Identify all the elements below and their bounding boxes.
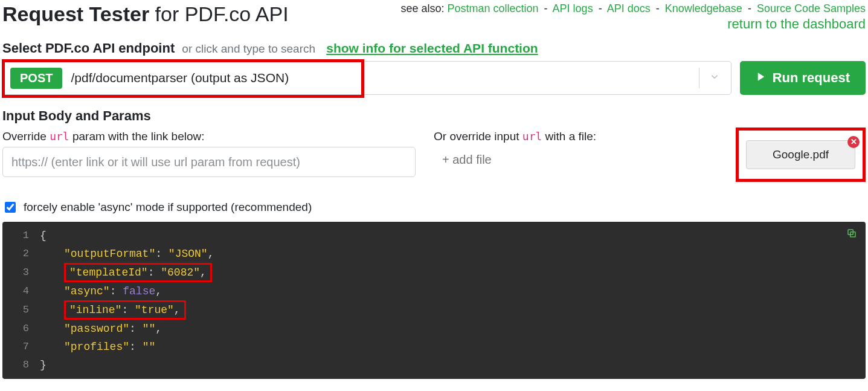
copy-icon[interactable]: [846, 228, 857, 242]
link-apidocs[interactable]: API docs: [607, 2, 651, 15]
link-dashboard[interactable]: return to the dashboard: [400, 16, 866, 32]
code-line: 7"profiles": "": [2, 338, 866, 356]
async-checkbox-row[interactable]: forcely enable 'async' mode if supported…: [2, 200, 866, 215]
code-highlight: "templateId": "6082",: [64, 263, 212, 282]
add-file-input[interactable]: [434, 147, 718, 173]
endpoint-select[interactable]: POST /pdf/documentparser (output as JSON…: [2, 61, 731, 95]
svg-marker-0: [757, 73, 764, 81]
code-line: 1{: [2, 227, 866, 245]
line-number: 2: [2, 245, 40, 263]
params-section-label: Input Body and Params: [2, 108, 866, 124]
link-apilogs[interactable]: API logs: [553, 2, 593, 15]
code-line: 2"outputFormat": "JSON",: [2, 245, 866, 263]
line-number: 3: [2, 263, 40, 282]
json-editor[interactable]: 1{2"outputFormat": "JSON",3"templateId":…: [2, 222, 866, 379]
code-line: 8}: [2, 356, 866, 374]
async-checkbox-label: forcely enable 'async' mode if supported…: [24, 201, 312, 214]
line-number: 7: [2, 338, 40, 356]
override-file-label: Or override input url with a file:: [434, 130, 718, 143]
override-url-label: Override url param with the link below:: [2, 130, 416, 143]
page-title: Request Tester for PDF.co API: [2, 2, 289, 26]
see-also-prefix: see also:: [400, 2, 447, 15]
line-number: 6: [2, 320, 40, 338]
code-line: 5"inline": "true",: [2, 300, 866, 320]
line-number: 1: [2, 227, 40, 245]
endpoint-section-label: Select PDF.co API endpoint or click and …: [2, 40, 866, 56]
override-url-input[interactable]: [2, 147, 416, 177]
remove-file-icon[interactable]: ✕: [847, 136, 860, 148]
code-line: 4"async": false,: [2, 282, 866, 300]
file-chip-highlight: Google.pdf ✕: [736, 128, 866, 182]
link-knowledgebase[interactable]: Knowledgebase: [665, 2, 742, 15]
dropdown-separator: [699, 68, 699, 88]
endpoint-path: /pdf/documentparser (output as JSON): [71, 71, 289, 85]
code-line: 6"password": "",: [2, 320, 866, 338]
play-icon: [756, 70, 767, 86]
attached-file-chip[interactable]: Google.pdf ✕: [746, 140, 855, 169]
chevron-down-icon[interactable]: [709, 71, 720, 85]
line-number: 4: [2, 282, 40, 300]
link-postman[interactable]: Postman collection: [447, 2, 538, 15]
link-samples[interactable]: Source Code Samples: [757, 2, 866, 15]
async-checkbox[interactable]: [5, 202, 16, 213]
run-request-button[interactable]: Run request: [740, 61, 866, 95]
http-method-badge: POST: [10, 68, 62, 89]
code-line: 3"templateId": "6082",: [2, 263, 866, 282]
line-number: 5: [2, 301, 40, 319]
code-highlight: "inline": "true",: [64, 300, 186, 320]
line-number: 8: [2, 356, 40, 374]
show-info-link[interactable]: show info for selected API function: [326, 41, 538, 55]
endpoint-hint: or click and type to search: [182, 42, 315, 55]
see-also-links: see also: Postman collection - API logs …: [400, 0, 866, 32]
